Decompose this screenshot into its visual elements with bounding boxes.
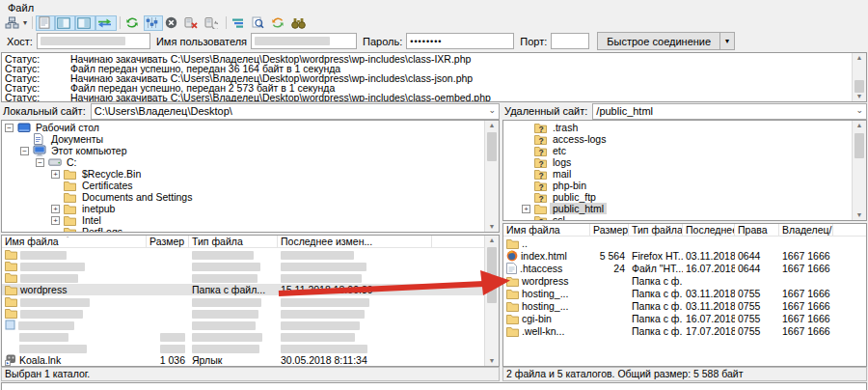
tree-expander[interactable]: − xyxy=(36,158,44,167)
tree-item[interactable]: ?.trash xyxy=(503,122,866,133)
column-header[interactable]: Тип файла xyxy=(189,236,278,247)
find-files-button[interactable] xyxy=(289,15,311,31)
quickconnect-dropdown-button[interactable]: ▾ xyxy=(719,32,735,50)
tree-item[interactable]: +Intel xyxy=(2,214,499,226)
toggle-remote-tree-button[interactable] xyxy=(75,15,95,31)
scroll-down-icon[interactable]: ▼ xyxy=(853,92,866,101)
column-header[interactable]: Владелец/... xyxy=(779,224,833,236)
tree-item-label: Рабочий стол xyxy=(33,122,102,133)
file-row[interactable] xyxy=(2,343,499,354)
toggle-log-button[interactable] xyxy=(36,15,55,31)
synchronized-browsing-button[interactable] xyxy=(269,15,289,31)
file-row[interactable]: index.html5 564Firefox HT...03.11.2018 9… xyxy=(503,249,866,262)
toggle-queue-button[interactable] xyxy=(95,15,117,31)
column-header[interactable]: Последнее из... xyxy=(683,224,735,236)
tree-item-label: access-logs xyxy=(550,133,609,145)
column-header[interactable]: Последнее измен... xyxy=(278,236,432,247)
tree-item[interactable]: +inetpub xyxy=(2,203,499,214)
refresh-button[interactable] xyxy=(123,15,144,31)
tree-expander[interactable]: − xyxy=(20,147,29,155)
column-header[interactable]: Тип файла xyxy=(629,224,683,236)
chevron-down-icon[interactable]: ⌄ xyxy=(488,105,496,115)
file-row[interactable]: hosting_...Папка с ф...03.11.2018 9:57..… xyxy=(503,287,866,299)
file-row[interactable] xyxy=(2,248,499,260)
file-row[interactable] xyxy=(2,330,499,342)
column-header[interactable]: Имя файлаˆ xyxy=(503,224,590,236)
file-row[interactable] xyxy=(2,319,499,330)
tree-item[interactable]: ?php-bin xyxy=(503,180,866,191)
tree-item[interactable]: −C: xyxy=(2,156,499,168)
tree-item[interactable]: +$Recycle.Bin xyxy=(2,168,499,180)
scroll-down-icon[interactable]: ▼ xyxy=(853,210,866,220)
transfer-queue-strip xyxy=(1,382,867,390)
tree-item[interactable]: ?mail xyxy=(503,168,866,180)
redacted-text xyxy=(41,37,125,45)
tree-item[interactable]: −Рабочий стол xyxy=(2,122,499,133)
file-row[interactable] xyxy=(2,271,499,283)
reconnect-button[interactable] xyxy=(203,15,223,31)
file-row[interactable] xyxy=(2,307,499,319)
log-scrollbar[interactable]: ▲ ▼ xyxy=(852,53,866,101)
file-row[interactable]: cgi-binПапка с ф...16.07.2018 21:5...075… xyxy=(503,312,866,324)
menu-file[interactable]: Файл xyxy=(5,2,37,14)
tree-item[interactable]: Documents and Settings xyxy=(2,191,499,203)
password-input[interactable]: •••••••• xyxy=(406,33,514,49)
file-row[interactable]: wordpressПапка с файл...15.11.2018 18:00… xyxy=(2,284,499,295)
folder-icon xyxy=(64,181,76,191)
file-row[interactable] xyxy=(2,260,499,271)
tree-expander[interactable]: + xyxy=(51,216,60,225)
column-header[interactable]: Размер xyxy=(590,224,629,236)
remote-path-combo[interactable]: /public_html ⌄ xyxy=(592,103,867,120)
local-path-combo[interactable]: C:\Users\Владелец\Desktop\ ⌄ xyxy=(91,103,500,120)
column-header[interactable]: Права xyxy=(735,224,779,236)
directory-comparison-button[interactable] xyxy=(250,15,269,31)
tree-expander[interactable]: + xyxy=(522,205,530,213)
port-input[interactable] xyxy=(551,33,589,49)
local-list-scrollbar[interactable]: ▲ ▼ xyxy=(484,236,499,366)
tree-expander[interactable]: + xyxy=(51,205,60,213)
local-tree-scrollbar[interactable]: ▲ ▼ xyxy=(484,121,499,232)
tree-expander[interactable]: − xyxy=(5,124,14,132)
file-row[interactable]: Koala.lnk1 036Ярлык30.05.2018 8:11:34 xyxy=(2,354,499,366)
redacted-text xyxy=(281,333,355,342)
tree-item[interactable]: PerfLogs xyxy=(2,226,499,233)
remote-tree-scrollbar[interactable]: ▲ ▼ xyxy=(852,121,866,220)
disconnect-button[interactable] xyxy=(182,15,203,31)
toggle-processing-queue-button[interactable] xyxy=(144,15,163,31)
tree-item[interactable]: +public_html xyxy=(503,203,866,214)
scroll-down-icon[interactable]: ▼ xyxy=(485,222,499,232)
file-row[interactable]: .. xyxy=(503,237,866,249)
scroll-up-icon[interactable]: ▲ xyxy=(485,236,499,245)
quickconnect-button[interactable]: Быстрое соединение xyxy=(597,32,720,50)
site-manager-button[interactable]: ▾ xyxy=(3,15,29,31)
tree-item[interactable]: Certificates xyxy=(2,180,499,191)
scroll-up-icon[interactable]: ▲ xyxy=(853,121,866,130)
scroll-up-icon[interactable]: ▲ xyxy=(853,53,866,63)
scroll-up-icon[interactable]: ▲ xyxy=(485,121,499,130)
tree-item[interactable]: ?etc xyxy=(503,145,866,156)
username-input[interactable] xyxy=(251,33,357,49)
tree-item[interactable]: −Этот компьютер xyxy=(2,145,499,156)
file-row[interactable]: .htaccess24Файл "HT...16.07.2018 21:5...… xyxy=(503,262,866,274)
file-row[interactable]: .well-kn...Папка с ф...17.07.2018 21:2..… xyxy=(503,324,866,337)
file-row[interactable] xyxy=(2,295,499,307)
file-row[interactable]: hosting_...Папка с ф...03.11.2018 9:57..… xyxy=(503,299,866,312)
toggle-local-tree-button[interactable] xyxy=(55,15,75,31)
column-header[interactable]: Размер xyxy=(147,236,189,247)
file-row[interactable]: wordpressПапка с ф... xyxy=(503,274,866,287)
scroll-down-icon[interactable]: ▼ xyxy=(485,356,499,366)
process-queue-icon xyxy=(146,16,158,29)
tree-item[interactable]: ?ssl xyxy=(503,214,866,221)
folder-icon xyxy=(5,261,17,271)
tree-expander[interactable]: + xyxy=(51,170,60,179)
cancel-operation-button[interactable] xyxy=(163,15,182,31)
tree-item[interactable]: ?logs xyxy=(503,156,866,168)
host-input[interactable] xyxy=(37,33,150,49)
tree-item[interactable]: ?access-logs xyxy=(503,133,866,145)
column-header[interactable]: Имя файлаˆ xyxy=(2,236,147,247)
tree-item[interactable]: Документы xyxy=(2,133,499,145)
tree-item[interactable]: ?public_ftp xyxy=(503,191,866,203)
chevron-down-icon[interactable]: ⌄ xyxy=(855,105,863,115)
folder-question-icon: ? xyxy=(534,157,547,168)
filter-button[interactable] xyxy=(230,15,250,31)
